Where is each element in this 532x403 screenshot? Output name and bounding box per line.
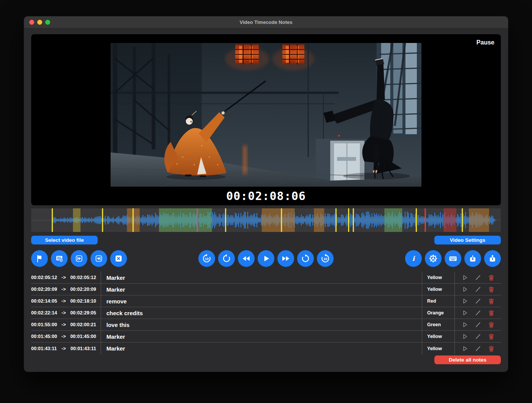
end-timecode: 00:01:43:11 bbox=[71, 346, 96, 351]
timecode-arrow: -> bbox=[62, 287, 66, 292]
note-text: love this bbox=[101, 319, 422, 330]
video-settings-button[interactable]: Video Settings bbox=[434, 236, 501, 244]
play-note-icon bbox=[461, 321, 469, 328]
jump-to-start-icon bbox=[74, 254, 84, 263]
info-button[interactable]: i bbox=[405, 250, 422, 267]
svg-text:10: 10 bbox=[323, 257, 327, 261]
settings-gear-button[interactable] bbox=[425, 250, 442, 267]
jump-to-start-button[interactable] bbox=[71, 250, 87, 267]
delete-note-button[interactable] bbox=[487, 273, 496, 282]
edit-note-button[interactable] bbox=[473, 344, 483, 353]
note-actions bbox=[454, 307, 501, 319]
end-timecode: 00:02:20:09 bbox=[70, 287, 96, 292]
rewind-icon bbox=[241, 254, 251, 263]
delete-all-notes-button[interactable]: Delete all notes bbox=[434, 355, 501, 364]
timeline-marker bbox=[281, 208, 282, 232]
timecode-arrow: -> bbox=[62, 334, 66, 339]
note-actions bbox=[454, 272, 501, 283]
edit-note-button[interactable] bbox=[473, 273, 483, 282]
delete-note-button[interactable] bbox=[487, 344, 496, 353]
orange-region bbox=[314, 208, 324, 232]
note-row: 00:02:14:05 -> 00:02:18:10 remove Red bbox=[31, 295, 501, 307]
note-color: Yellow bbox=[422, 284, 454, 295]
import-icon bbox=[468, 254, 477, 263]
step-forward-button[interactable] bbox=[297, 250, 314, 267]
waveform-timeline[interactable] bbox=[31, 208, 501, 232]
title-bar: Video Timecode Notes bbox=[24, 16, 508, 29]
play-note-button[interactable] bbox=[460, 297, 469, 306]
edit-note-button[interactable] bbox=[473, 297, 483, 306]
delete-note-icon bbox=[488, 297, 495, 305]
import-button[interactable] bbox=[464, 250, 481, 267]
timecode-cell: 00:02:05:12 -> 00:02:05:12 bbox=[31, 272, 101, 283]
delete-note-icon bbox=[488, 333, 495, 340]
delete-note-button[interactable] bbox=[487, 308, 496, 317]
timeline-marker bbox=[102, 208, 103, 232]
note-color: Yellow bbox=[422, 272, 454, 283]
export-button[interactable] bbox=[484, 250, 501, 267]
delete-note-button[interactable] bbox=[487, 332, 496, 341]
fast-forward-button[interactable] bbox=[277, 250, 294, 267]
start-timecode: 00:02:05:12 bbox=[31, 275, 57, 280]
edit-note-button[interactable] bbox=[473, 320, 483, 329]
start-timecode: 00:01:43:11 bbox=[31, 346, 57, 351]
timeline-marker bbox=[353, 208, 354, 232]
pause-label: Pause bbox=[477, 39, 494, 46]
select-video-file-button[interactable]: Select video file bbox=[31, 236, 98, 244]
play-note-button[interactable] bbox=[460, 308, 469, 317]
delete-note-icon bbox=[488, 274, 495, 281]
play-pause-button[interactable] bbox=[258, 250, 274, 267]
forward-10-seconds-button[interactable]: 10 bbox=[317, 250, 334, 267]
play-note-button[interactable] bbox=[460, 344, 469, 353]
note-text: Marker bbox=[101, 272, 422, 283]
edit-note-icon bbox=[474, 345, 482, 352]
timeline-marker bbox=[348, 208, 349, 232]
timecode-cell: 00:02:20:09 -> 00:02:20:09 bbox=[31, 284, 101, 295]
timecode-arrow: -> bbox=[62, 275, 66, 280]
edit-note-icon bbox=[474, 309, 482, 317]
delete-note-button[interactable] bbox=[487, 285, 496, 294]
add-note-button[interactable] bbox=[51, 250, 68, 267]
video-frame[interactable] bbox=[111, 43, 421, 187]
jump-to-end-icon bbox=[94, 254, 103, 263]
timeline-marker bbox=[225, 208, 226, 232]
note-text: Marker bbox=[101, 284, 422, 295]
note-color: Red bbox=[422, 295, 454, 307]
settings-gear-icon bbox=[428, 254, 438, 263]
edit-note-icon bbox=[474, 321, 482, 328]
timecode-cell: 00:02:22:14 -> 00:02:29:05 bbox=[31, 307, 101, 319]
keyboard-shortcuts-button[interactable] bbox=[445, 250, 461, 267]
rewind-button[interactable] bbox=[238, 250, 255, 267]
play-note-button[interactable] bbox=[460, 285, 469, 294]
delete-note-button[interactable] bbox=[487, 320, 496, 329]
edit-note-icon bbox=[474, 274, 482, 281]
clear-selection-button[interactable] bbox=[110, 250, 127, 267]
play-note-button[interactable] bbox=[460, 332, 469, 341]
app-window: Video Timecode Notes bbox=[24, 16, 508, 372]
start-timecode: 00:01:45:00 bbox=[31, 334, 57, 339]
export-icon bbox=[488, 254, 497, 263]
notes-table: 00:02:05:12 -> 00:02:05:12 Marker Yellow bbox=[31, 272, 501, 354]
fast-forward-icon bbox=[281, 254, 291, 263]
note-row: 00:02:05:12 -> 00:02:05:12 Marker Yellow bbox=[31, 272, 501, 284]
yellow-region bbox=[73, 208, 81, 232]
start-timecode: 00:02:20:09 bbox=[31, 287, 57, 292]
delete-note-icon bbox=[488, 286, 495, 293]
jump-to-end-button[interactable] bbox=[90, 250, 107, 267]
play-note-icon bbox=[461, 309, 469, 317]
edit-note-button[interactable] bbox=[473, 332, 483, 341]
step-back-button[interactable] bbox=[218, 250, 235, 267]
timeline-marker bbox=[462, 208, 463, 232]
edit-note-button[interactable] bbox=[473, 285, 483, 294]
timeline-marker bbox=[425, 208, 426, 232]
note-actions bbox=[454, 331, 501, 342]
back-10-seconds-button[interactable]: 10 bbox=[198, 250, 215, 267]
play-note-icon bbox=[461, 286, 469, 293]
window-title: Video Timecode Notes bbox=[24, 19, 508, 25]
add-marker-button[interactable] bbox=[31, 250, 48, 267]
play-note-icon bbox=[461, 297, 469, 305]
edit-note-button[interactable] bbox=[473, 308, 483, 317]
play-note-button[interactable] bbox=[460, 273, 469, 282]
delete-note-button[interactable] bbox=[487, 297, 496, 306]
play-note-button[interactable] bbox=[460, 320, 469, 329]
